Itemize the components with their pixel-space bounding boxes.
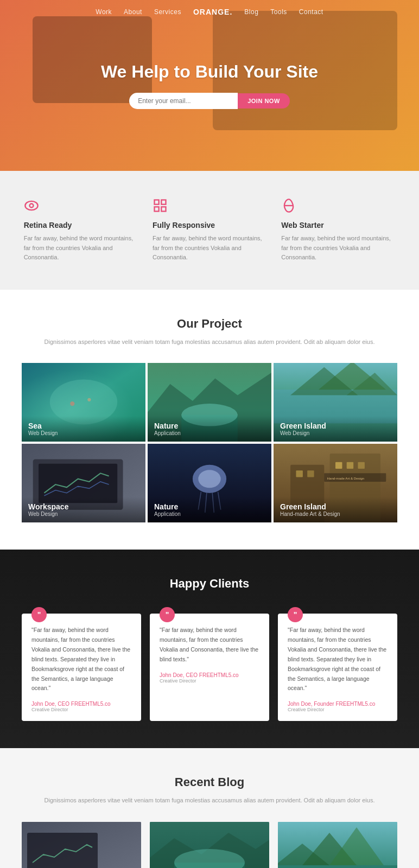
project-card-greenisland2[interactable]: Hand-made Art & Design Green Island Hand… <box>274 444 397 522</box>
project-name-greenisland1: Green Island <box>280 422 391 430</box>
blog-subtitle: Dignissimos asperlores vitae velit venia… <box>22 796 397 806</box>
clients-title: Happy Clients <box>22 577 397 591</box>
nav-tools[interactable]: Tools <box>270 8 287 16</box>
clients-content: Happy Clients " "Far far away, behind th… <box>22 577 397 721</box>
project-name-sea: Sea <box>28 422 139 430</box>
blog-image-1 <box>22 822 141 868</box>
feature-responsive-desc: Far far away, behind the word mountains,… <box>153 234 266 263</box>
testimonial-author-1: John Doe, CEO FREEHTML5.co <box>31 701 131 707</box>
blog-card-1: 45 Minimal Workspace Rooms for Web Savvy… <box>22 822 141 868</box>
testimonial-role-3: Creative Director <box>288 707 388 712</box>
hero-content: We Help to Build Your Site JOIN NOW <box>101 62 318 109</box>
blog-grid: 45 Minimal Workspace Rooms for Web Savvy… <box>22 822 397 868</box>
projects-subtitle: Dignissimos asperlores vitae velit venia… <box>22 337 397 347</box>
project-category-sea: Web Design <box>28 430 139 436</box>
project-category-greenisland2: Hand-made Art & Design <box>280 511 391 517</box>
svg-rect-49 <box>278 865 397 868</box>
testimonial-role-1: Creative Director <box>31 707 131 712</box>
blog-card-3: 45 Minimal Workspace Rooms for Web Savvy… <box>278 822 397 868</box>
projects-section: Our Project Dignissimos asperlores vitae… <box>0 290 419 550</box>
project-category-nature1: Application <box>154 430 265 436</box>
blog-image-2 <box>150 822 269 868</box>
project-card-greenisland1[interactable]: Green Island Web Design <box>274 363 397 442</box>
svg-point-9 <box>87 398 91 401</box>
feature-web-starter: Web Starter Far far away, behind the wor… <box>281 198 395 263</box>
feature-web-starter-desc: Far far away, behind the word mountains,… <box>281 234 395 263</box>
testimonial-text-2: "Far far away, behind the word mountains… <box>160 626 259 664</box>
quote-icon-3: " <box>288 607 303 622</box>
project-name-workspace: Workspace <box>28 502 139 511</box>
project-category-greenisland1: Web Design <box>280 430 391 436</box>
nav-services[interactable]: Services <box>154 8 181 16</box>
hero-join-button[interactable]: JOIN NOW <box>238 93 290 108</box>
web-icon <box>281 198 395 215</box>
blog-card-2: 45 Minimal Worksspace Rooms for Web Savv… <box>150 822 269 868</box>
svg-rect-3 <box>161 200 166 205</box>
svg-point-1 <box>29 204 33 208</box>
svg-rect-2 <box>154 200 158 205</box>
project-overlay-nature1: Nature Application <box>148 416 271 442</box>
svg-rect-5 <box>161 207 166 211</box>
blog-image-3 <box>278 822 397 868</box>
project-overlay-greenisland2: Green Island Hand-made Art & Design <box>274 497 397 522</box>
project-overlay-greenisland1: Green Island Web Design <box>274 416 397 442</box>
nav-contact[interactable]: Contact <box>299 8 323 16</box>
feature-responsive: Fully Responsive Far far away, behind th… <box>153 198 266 263</box>
nav-about[interactable]: About <box>124 8 142 16</box>
main-nav: Work About Services ORANGE. Blog Tools C… <box>0 0 419 24</box>
project-card-workspace[interactable]: Workspace Web Design <box>22 444 145 522</box>
hero-form: JOIN NOW <box>101 93 318 109</box>
feature-retina: Retina Ready Far far away, behind the wo… <box>24 198 138 263</box>
testimonial-card-2: " "Far far away, behind the word mountai… <box>150 614 269 721</box>
svg-text:Hand-made Art & Design: Hand-made Art & Design <box>327 476 364 480</box>
features-section: Retina Ready Far far away, behind the wo… <box>0 171 419 290</box>
testimonial-card-1: " "Far far away, behind the word mountai… <box>22 614 141 721</box>
project-card-nature1[interactable]: Nature Application <box>148 363 271 442</box>
hero-title: We Help to Build Your Site <box>101 62 318 82</box>
quote-icon-1: " <box>31 607 47 622</box>
testimonial-role-2: Creative Director <box>160 678 259 684</box>
projects-title: Our Project <box>22 317 397 331</box>
svg-point-0 <box>25 201 37 210</box>
testimonials-grid: " "Far far away, behind the word mountai… <box>22 614 397 721</box>
testimonial-author-3: John Doe, Founder FREEHTML5.co <box>288 701 388 707</box>
quote-icon-2: " <box>160 607 175 622</box>
svg-rect-36 <box>358 462 364 469</box>
svg-point-24 <box>198 470 220 488</box>
project-category-nature2: Application <box>154 511 265 517</box>
hero-section: We Help to Build Your Site JOIN NOW <box>0 0 419 171</box>
eye-icon <box>24 198 138 215</box>
feature-web-starter-title: Web Starter <box>281 221 395 229</box>
svg-rect-35 <box>347 462 353 469</box>
project-overlay-nature2: Nature Application <box>148 497 271 522</box>
hero-email-input[interactable] <box>129 93 238 109</box>
feature-retina-desc: Far far away, behind the word mountains,… <box>24 234 138 263</box>
nav-work[interactable]: Work <box>96 8 112 16</box>
svg-rect-33 <box>307 471 314 477</box>
svg-rect-4 <box>154 207 158 211</box>
project-name-greenisland2: Green Island <box>280 502 391 511</box>
project-grid: Sea Web Design <box>22 363 397 522</box>
project-overlay-sea: Sea Web Design <box>22 416 145 442</box>
testimonial-card-3: " "Far far away, behind the word mountai… <box>278 614 397 721</box>
project-name-nature2: Nature <box>154 502 265 511</box>
testimonial-author-2: John Doe, CEO FREEHTML5.co <box>160 672 259 678</box>
svg-rect-32 <box>296 471 302 477</box>
project-overlay-workspace: Workspace Web Design <box>22 497 145 522</box>
project-name-nature1: Nature <box>154 422 265 430</box>
blog-title: Recent Blog <box>22 775 397 789</box>
svg-point-8 <box>70 401 74 406</box>
project-card-nature2[interactable]: Nature Application <box>148 444 271 522</box>
feature-responsive-title: Fully Responsive <box>153 221 266 229</box>
testimonial-text-3: "Far far away, behind the word mountains… <box>288 626 388 693</box>
nav-blog[interactable]: Blog <box>244 8 258 16</box>
project-card-sea[interactable]: Sea Web Design <box>22 363 145 442</box>
feature-retina-title: Retina Ready <box>24 221 138 229</box>
clients-section: Happy Clients " "Far far away, behind th… <box>0 550 419 748</box>
testimonial-text-1: "Far far away, behind the word mountains… <box>31 626 131 693</box>
svg-rect-34 <box>335 462 342 469</box>
project-category-workspace: Web Design <box>28 511 139 517</box>
blog-section: Recent Blog Dignissimos asperlores vitae… <box>0 748 419 868</box>
grid-icon <box>153 198 266 215</box>
nav-brand: ORANGE. <box>193 8 232 16</box>
